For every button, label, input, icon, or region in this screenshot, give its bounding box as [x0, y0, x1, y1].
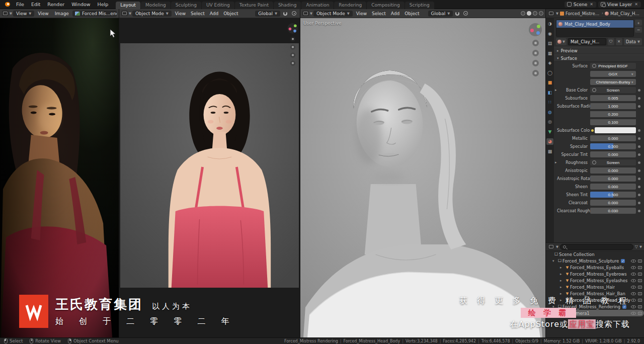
animate-dot[interactable]: [636, 202, 642, 204]
anisotropic-value[interactable]: 0.000: [590, 167, 636, 174]
rendered-image-region[interactable]: [0, 18, 119, 337]
outliner-row[interactable]: Scene Collection: [546, 251, 644, 257]
camera-view-icon[interactable]: [290, 52, 295, 57]
tab-particles-icon[interactable]: ∷: [546, 99, 553, 106]
expander-icon[interactable]: ▸: [560, 279, 565, 283]
expander-icon[interactable]: ▸: [560, 266, 565, 270]
tab-tool-icon[interactable]: ◑: [546, 21, 553, 27]
animate-dot[interactable]: [636, 194, 642, 196]
render-visibility-icon[interactable]: [638, 299, 642, 302]
image-datablock-selector[interactable]: Forced Mis...ene2 Shot1: [72, 11, 117, 17]
animate-dot[interactable]: [636, 137, 642, 140]
visibility-eye-icon[interactable]: [631, 292, 636, 295]
subsurface-value[interactable]: 0.005: [590, 95, 636, 101]
expander-icon[interactable]: ▾: [552, 259, 557, 263]
clearcoat-value[interactable]: 0.000: [590, 200, 636, 206]
view-layer-unlink-icon[interactable]: ✕: [634, 2, 638, 7]
viewport-menu-item[interactable]: Select: [188, 11, 207, 16]
blender-logo-icon[interactable]: [3, 2, 10, 7]
metallic-value[interactable]: 0.000: [590, 135, 636, 141]
navigation-gizmo[interactable]: [287, 23, 298, 34]
clearcoat-roughness-value[interactable]: 0.030: [590, 208, 636, 214]
workspace-tab[interactable]: Shading: [274, 2, 301, 9]
sheen-tint-slider[interactable]: 0.500: [590, 192, 636, 198]
roughness-node-button[interactable]: Screen: [590, 159, 636, 165]
tab-physics-icon[interactable]: ◍: [546, 109, 553, 116]
viewport-menu-item[interactable]: View: [173, 11, 188, 16]
visibility-eye-icon[interactable]: [631, 286, 636, 289]
material-slot-list[interactable]: Mat_Clay_Head_Body: [556, 20, 634, 37]
viewport-menu-item[interactable]: Add: [207, 11, 221, 16]
sheen-value[interactable]: 0.000: [590, 184, 636, 190]
animate-dot[interactable]: [636, 161, 642, 164]
breadcrumb-object[interactable]: Forced_Mistress_H...: [560, 11, 600, 16]
visibility-eye-icon[interactable]: [631, 260, 636, 263]
outliner-options-icon[interactable]: ▼: [639, 245, 642, 249]
scene-selector[interactable]: Scene ✕: [565, 2, 596, 8]
viewport-clay-region[interactable]: User Perspective: [300, 18, 545, 337]
animate-dot[interactable]: [636, 97, 642, 100]
snap-magnet-icon[interactable]: [283, 12, 287, 16]
material-shading-icon[interactable]: [533, 11, 537, 16]
tab-view-layer-icon[interactable]: ▦: [546, 50, 553, 57]
topbar-menu-item[interactable]: File: [13, 0, 28, 9]
preview-panel-header[interactable]: ▸Preview: [554, 47, 644, 54]
toggle-ortho-icon[interactable]: [290, 60, 295, 65]
viewport-solid-region[interactable]: [119, 18, 300, 337]
proportional-edit-icon[interactable]: [463, 11, 468, 16]
outliner-search-input[interactable]: [560, 244, 633, 250]
animate-dot[interactable]: [636, 89, 642, 92]
editor-type-icon[interactable]: [2, 11, 9, 16]
image-mode-dropdown[interactable]: View▼: [13, 11, 34, 17]
rendered-shading-icon[interactable]: [539, 11, 543, 16]
mode-dropdown[interactable]: Object Mode▼: [132, 11, 172, 17]
subsurface-radius-r[interactable]: 1.000: [590, 103, 636, 109]
visibility-eye-icon[interactable]: [631, 305, 636, 308]
base-color-node-button[interactable]: Screen: [590, 87, 636, 93]
render-visibility-icon[interactable]: [638, 292, 642, 295]
workspace-tab[interactable]: Compositing: [367, 2, 404, 9]
tab-material-icon[interactable]: ◕: [546, 138, 553, 145]
workspace-tab[interactable]: Layout: [116, 2, 140, 9]
render-visibility-icon[interactable]: [638, 286, 642, 289]
animate-dot[interactable]: [636, 186, 642, 188]
view-layer-selector[interactable]: View Layer ✕: [598, 2, 641, 8]
snap-magnet-icon[interactable]: [455, 12, 459, 16]
collection-checkbox[interactable]: [621, 259, 625, 263]
visibility-eye-icon[interactable]: [631, 266, 636, 269]
scene-unlink-icon[interactable]: ✕: [589, 2, 594, 7]
animate-dot[interactable]: [636, 145, 642, 148]
subsurface-color-swatch[interactable]: [595, 127, 636, 133]
viewport-menu-item[interactable]: Select: [369, 11, 388, 16]
tab-scene-icon[interactable]: ◈: [546, 60, 553, 66]
orientation-dropdown[interactable]: Global▼: [255, 11, 280, 17]
navigation-gizmo[interactable]: [529, 23, 542, 36]
render-visibility-icon[interactable]: [638, 266, 642, 269]
add-slot-button[interactable]: ＋: [635, 20, 642, 26]
tab-world-icon[interactable]: ◯: [546, 70, 553, 76]
workspace-tab[interactable]: Animation: [301, 2, 334, 9]
orientation-dropdown[interactable]: Global▼: [428, 11, 453, 17]
workspace-tab[interactable]: Texture Paint: [235, 2, 273, 9]
mode-dropdown[interactable]: Object Mode▼: [313, 11, 353, 17]
workspace-tab[interactable]: Modeling: [141, 2, 171, 9]
expander-icon[interactable]: ▸: [560, 285, 565, 289]
outliner-row[interactable]: ▸ Forced_Mistress_Eyeballs: [546, 264, 644, 271]
outliner-row[interactable]: ▾ Forced_Mistress_Sculpture: [546, 257, 644, 264]
wireframe-shading-icon[interactable]: [521, 11, 525, 16]
zoom-icon[interactable]: [532, 40, 539, 46]
animate-dot[interactable]: [636, 129, 642, 132]
editor-type-icon[interactable]: [121, 11, 128, 16]
visibility-eye-icon[interactable]: [631, 312, 636, 315]
unlink-material-button[interactable]: ✕: [616, 38, 622, 45]
specular-tint-value[interactable]: 0.000: [590, 151, 636, 157]
specular-slider[interactable]: 0.500: [590, 143, 636, 149]
expander-icon[interactable]: ▸: [560, 272, 565, 276]
animate-dot[interactable]: [636, 153, 642, 156]
tab-texture-icon[interactable]: ▩: [546, 148, 553, 155]
viewport-menu-item[interactable]: View: [354, 11, 369, 16]
animate-dot[interactable]: [636, 169, 642, 172]
topbar-menu-item[interactable]: Window: [68, 0, 94, 9]
viewport-menu-item[interactable]: Object: [402, 11, 422, 16]
render-visibility-icon[interactable]: [638, 273, 642, 276]
